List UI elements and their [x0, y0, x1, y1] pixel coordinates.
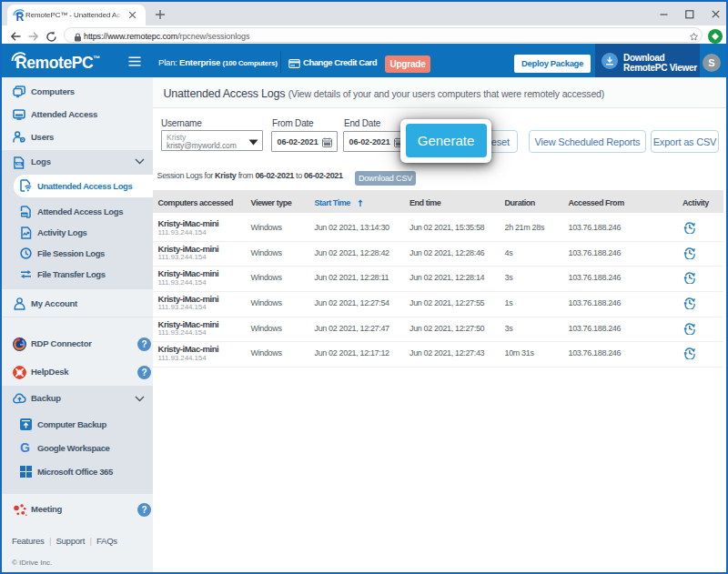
svg-text:LOG: LOG	[15, 163, 22, 166]
svg-text:R: R	[16, 11, 25, 24]
svg-text:G: G	[20, 441, 30, 454]
